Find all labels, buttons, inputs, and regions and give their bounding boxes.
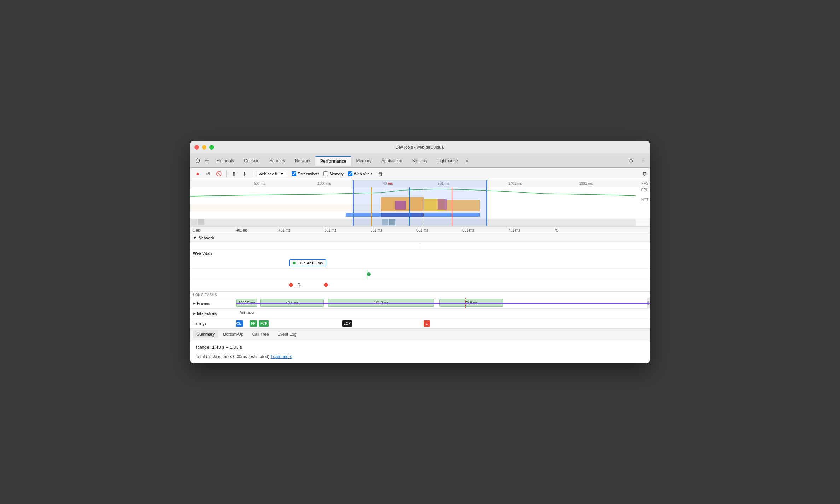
svg-rect-11 <box>198 219 204 225</box>
detail-ruler: 1 ms 401 ms 451 ms 501 ms 551 ms 601 ms … <box>190 226 650 234</box>
titlebar: DevTools - web.dev/vitals/ <box>190 141 650 154</box>
ls-container: LS <box>289 283 328 287</box>
tab-event-log[interactable]: Event Log <box>274 330 300 338</box>
frames-row[interactable]: ▶ Frames 1072.5 ms 40.4 ms 161.3 ms 59.8… <box>190 298 650 309</box>
tab-security[interactable]: Security <box>407 156 432 165</box>
inspect-icon[interactable]: ⬡ <box>193 156 202 165</box>
delete-recording-button[interactable]: 🗑 <box>378 171 383 177</box>
animation-label: Animation <box>240 311 255 315</box>
web-vitals-label: Web Vitals <box>354 172 372 176</box>
more-options-icon[interactable]: ⋮ <box>639 157 647 165</box>
web-vitals-checkbox[interactable] <box>348 171 352 176</box>
upload-button[interactable]: ⬆ <box>229 169 239 178</box>
tab-summary[interactable]: Summary <box>193 330 218 338</box>
filter-group: Screenshots Memory Web Vitals 🗑 <box>292 171 383 177</box>
ls-diamond-1 <box>288 282 293 287</box>
tabs-bar: ⬡ ▭ Elements Console Sources Network Per… <box>190 154 650 168</box>
lcp-dot <box>367 272 371 276</box>
ruler-detail-75: 75 <box>554 228 558 232</box>
reload-record-button[interactable]: ↺ <box>204 169 213 178</box>
minimize-button[interactable] <box>202 145 206 150</box>
memory-checkbox-label[interactable]: Memory <box>323 171 344 176</box>
range-label: Range: <box>196 345 211 350</box>
dark-marker <box>424 187 424 226</box>
devtools-window: DevTools - web.dev/vitals/ ⬡ ▭ Elements … <box>190 141 650 363</box>
fcp-value: 421.8 ms <box>307 261 323 265</box>
fcp-marker: FCP 421.8 ms <box>289 259 326 266</box>
svg-rect-10 <box>191 219 197 225</box>
fcp-green-dot <box>293 262 296 264</box>
tab-elements[interactable]: Elements <box>211 156 239 165</box>
ruler-detail-451ms: 451 ms <box>279 228 290 232</box>
device-icon[interactable]: ▭ <box>202 156 211 165</box>
ls-row: LS <box>190 280 650 291</box>
ruler-label-1000: 1000 ms <box>317 182 331 186</box>
timeline-selection[interactable] <box>353 180 487 226</box>
tab-bottom-up[interactable]: Bottom-Up <box>220 330 247 338</box>
chevron-down-icon: ▼ <box>280 172 284 176</box>
ruler-label-1901: 1901 ms <box>579 182 593 186</box>
tab-call-tree[interactable]: Call Tree <box>249 330 273 338</box>
frames-arrow-icon: ▶ <box>193 301 196 305</box>
cpu-label: CPU <box>641 188 648 192</box>
interactions-content: Animation <box>236 309 650 318</box>
tabs-more-button[interactable]: » <box>463 156 471 165</box>
fcp-row: FCP 421.8 ms <box>190 257 650 269</box>
ruler-detail-1ms: 1 ms <box>193 228 201 232</box>
timing-l[interactable]: L <box>424 320 430 327</box>
ls-diamond-2 <box>323 282 328 287</box>
memory-checkbox[interactable] <box>323 171 328 176</box>
window-title: DevTools - web.dev/vitals/ <box>396 145 445 150</box>
download-button[interactable]: ⬇ <box>240 169 249 178</box>
lcp-line <box>367 270 367 279</box>
tab-sources[interactable]: Sources <box>264 156 290 165</box>
timings-label: Timings <box>190 321 236 326</box>
network-section-header[interactable]: ▼ Network <box>190 234 650 242</box>
screenshots-checkbox-label[interactable]: Screenshots <box>292 171 319 176</box>
collapse-indicator[interactable]: ··· <box>190 242 650 250</box>
timeline-overview[interactable]: 500 ms 1000 ms 40 ms 901 ms 1401 ms 1901… <box>190 180 650 226</box>
frames-text: Frames <box>197 301 210 305</box>
tab-lighthouse[interactable]: Lighthouse <box>432 156 463 165</box>
clear-button[interactable]: 🚫 <box>214 169 223 178</box>
settings-icon[interactable]: ⚙ <box>627 157 635 165</box>
frames-label: ▶ Frames <box>190 301 236 305</box>
bottom-tabs: Summary Bottom-Up Call Tree Event Log <box>190 328 650 340</box>
timing-lcp[interactable]: LCP <box>342 320 352 327</box>
tab-memory[interactable]: Memory <box>351 156 376 165</box>
record-button[interactable]: ● <box>193 169 202 178</box>
screenshots-checkbox[interactable] <box>292 171 296 176</box>
tab-network[interactable]: Network <box>290 156 315 165</box>
tabs-actions: ⚙ ⋮ <box>627 157 647 165</box>
ruler-detail-551ms: 551 ms <box>371 228 382 232</box>
session-selector[interactable]: web.dev #1 ▼ <box>257 171 286 177</box>
network-section-label: Network <box>199 236 214 240</box>
fcp-label: FCP <box>297 261 305 265</box>
timing-fcp[interactable]: FCP <box>259 320 269 327</box>
interactions-arrow-icon: ▶ <box>193 312 196 315</box>
tab-application[interactable]: Application <box>377 156 407 165</box>
summary-panel: Range: 1.43 s – 1.83 s Total blocking ti… <box>190 340 650 363</box>
timing-dcl[interactable]: DCL <box>236 320 243 327</box>
ls-label: LS <box>296 283 300 287</box>
timings-content: DCL FP FCP LCP L <box>236 318 650 328</box>
learn-more-link[interactable]: Learn more <box>270 354 292 359</box>
web-vitals-title: Web Vitals <box>190 250 650 257</box>
tab-performance[interactable]: Performance <box>315 156 351 166</box>
timing-fp[interactable]: FP <box>250 320 257 327</box>
capture-settings-button[interactable]: ⚙ <box>642 171 647 177</box>
fcp-box: FCP 421.8 ms <box>289 259 326 266</box>
network-arrow-icon: ▼ <box>193 236 197 240</box>
session-label: web.dev #1 <box>259 172 279 176</box>
separator-1 <box>226 170 227 177</box>
tab-console[interactable]: Console <box>239 156 264 165</box>
fps-label: FPS <box>642 182 648 186</box>
tbt-label: Total blocking time: 0.00ms (estimated) <box>196 354 269 359</box>
close-button[interactable] <box>194 145 199 150</box>
web-vitals-checkbox-label[interactable]: Web Vitals <box>348 171 372 176</box>
ruler-detail-501ms: 501 ms <box>325 228 336 232</box>
timings-row: Timings DCL FP FCP LCP L <box>190 318 650 328</box>
maximize-button[interactable] <box>209 145 214 150</box>
long-tasks-label: LONG TASKS <box>193 293 217 297</box>
ruler-detail-701ms: 701 ms <box>508 228 520 232</box>
